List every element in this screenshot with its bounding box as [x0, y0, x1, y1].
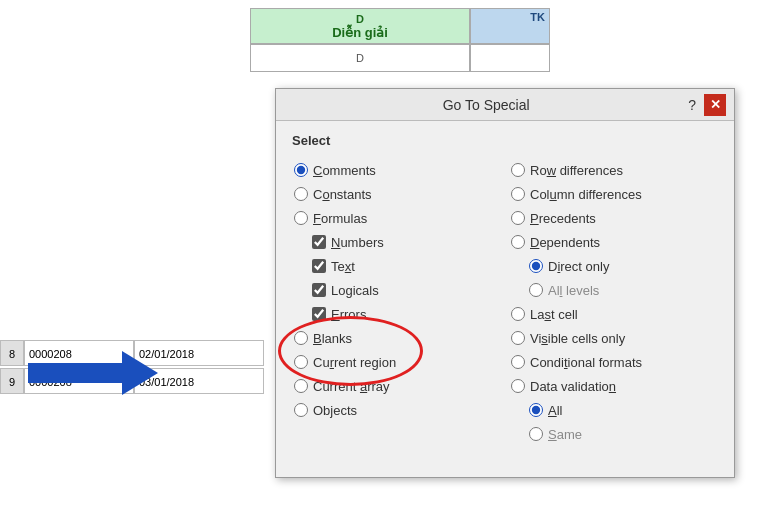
label-comments[interactable]: Comments: [313, 163, 376, 178]
checkbox-numbers[interactable]: [312, 235, 326, 249]
label-visible-cells[interactable]: Visible cells only: [530, 331, 625, 346]
label-row-differences[interactable]: Row differences: [530, 163, 623, 178]
radio-formulas[interactable]: [294, 211, 308, 225]
radio-data-validation[interactable]: [511, 379, 525, 393]
option-comments[interactable]: Comments: [292, 158, 501, 182]
radio-comments[interactable]: [294, 163, 308, 177]
option-validation-same[interactable]: Same: [509, 422, 718, 446]
dialog-help-button[interactable]: ?: [688, 97, 696, 113]
label-formulas[interactable]: Formulas: [313, 211, 367, 226]
left-options-col: Comments Constants Formulas Numbers: [292, 158, 501, 446]
radio-constants[interactable]: [294, 187, 308, 201]
radio-precedents[interactable]: [511, 211, 525, 225]
label-precedents[interactable]: Precedents: [530, 211, 596, 226]
label-current-array[interactable]: Current array: [313, 379, 390, 394]
radio-row-differences[interactable]: [511, 163, 525, 177]
option-conditional-formats[interactable]: Conditional formats: [509, 350, 718, 374]
option-row-differences[interactable]: Row differences: [509, 158, 718, 182]
option-objects[interactable]: Objects: [292, 398, 501, 422]
radio-direct-only[interactable]: [529, 259, 543, 273]
label-numbers[interactable]: Numbers: [331, 235, 384, 250]
radio-visible-cells[interactable]: [511, 331, 525, 345]
radio-objects[interactable]: [294, 403, 308, 417]
label-objects[interactable]: Objects: [313, 403, 357, 418]
label-validation-same[interactable]: Same: [548, 427, 582, 442]
option-data-validation[interactable]: Data validation: [509, 374, 718, 398]
option-column-differences[interactable]: Column differences: [509, 182, 718, 206]
option-formulas[interactable]: Formulas: [292, 206, 501, 230]
label-data-validation[interactable]: Data validation: [530, 379, 616, 394]
col-e-text: TK: [530, 11, 545, 23]
option-precedents[interactable]: Precedents: [509, 206, 718, 230]
row-number: 9: [0, 368, 24, 394]
dialog-body: Select Comments Constants Formulas: [276, 121, 734, 458]
option-current-region[interactable]: Current region: [292, 350, 501, 374]
col-e-header: TK: [470, 8, 550, 44]
arrow-container: [28, 348, 178, 398]
option-blanks[interactable]: Blanks: [292, 326, 501, 350]
options-grid: Comments Constants Formulas Numbers: [292, 158, 718, 446]
col-d-header: D Diễn giải: [250, 8, 470, 44]
row-number: 8: [0, 340, 24, 366]
dialog-close-button[interactable]: ✕: [704, 94, 726, 116]
label-logicals[interactable]: Logicals: [331, 283, 379, 298]
radio-all-levels[interactable]: [529, 283, 543, 297]
checkbox-errors[interactable]: [312, 307, 326, 321]
dialog-title: Go To Special: [284, 97, 688, 113]
radio-blanks[interactable]: [294, 331, 308, 345]
col-d-text: Diễn giải: [332, 25, 388, 40]
checkbox-logicals[interactable]: [312, 283, 326, 297]
go-to-special-dialog: Go To Special ? ✕ Select Comments Consta…: [275, 88, 735, 478]
option-direct-only[interactable]: Direct only: [509, 254, 718, 278]
label-text[interactable]: Text: [331, 259, 355, 274]
option-text[interactable]: Text: [292, 254, 501, 278]
label-validation-all[interactable]: All: [548, 403, 562, 418]
label-conditional-formats[interactable]: Conditional formats: [530, 355, 642, 370]
label-all-levels[interactable]: All levels: [548, 283, 599, 298]
radio-validation-all[interactable]: [529, 403, 543, 417]
label-current-region[interactable]: Current region: [313, 355, 396, 370]
label-constants[interactable]: Constants: [313, 187, 372, 202]
radio-validation-same[interactable]: [529, 427, 543, 441]
option-validation-all[interactable]: All: [509, 398, 718, 422]
row2-cell-d: D: [250, 44, 470, 72]
radio-last-cell[interactable]: [511, 307, 525, 321]
label-direct-only[interactable]: Direct only: [548, 259, 609, 274]
radio-dependents[interactable]: [511, 235, 525, 249]
option-current-array[interactable]: Current array: [292, 374, 501, 398]
right-arrow-icon: [28, 351, 158, 395]
select-section-label: Select: [292, 133, 718, 148]
label-last-cell[interactable]: Last cell: [530, 307, 578, 322]
right-options-col: Row differences Column differences Prece…: [509, 158, 718, 446]
checkbox-text[interactable]: [312, 259, 326, 273]
option-all-levels[interactable]: All levels: [509, 278, 718, 302]
option-numbers[interactable]: Numbers: [292, 230, 501, 254]
row2: D: [250, 44, 750, 72]
column-headers: D Diễn giải TK: [250, 8, 750, 44]
label-errors[interactable]: Errors: [331, 307, 366, 322]
option-last-cell[interactable]: Last cell: [509, 302, 718, 326]
label-blanks[interactable]: Blanks: [313, 331, 352, 346]
option-errors[interactable]: Errors: [292, 302, 501, 326]
label-column-differences[interactable]: Column differences: [530, 187, 642, 202]
radio-column-differences[interactable]: [511, 187, 525, 201]
radio-current-array[interactable]: [294, 379, 308, 393]
arrow-body: [28, 363, 122, 383]
arrow-head: [122, 351, 158, 395]
radio-conditional-formats[interactable]: [511, 355, 525, 369]
dialog-title-bar: Go To Special ? ✕: [276, 89, 734, 121]
col-d-letter: D: [356, 13, 364, 25]
option-visible-cells[interactable]: Visible cells only: [509, 326, 718, 350]
row2-cell-e: [470, 44, 550, 72]
option-dependents[interactable]: Dependents: [509, 230, 718, 254]
radio-current-region[interactable]: [294, 355, 308, 369]
label-dependents[interactable]: Dependents: [530, 235, 600, 250]
option-constants[interactable]: Constants: [292, 182, 501, 206]
option-logicals[interactable]: Logicals: [292, 278, 501, 302]
